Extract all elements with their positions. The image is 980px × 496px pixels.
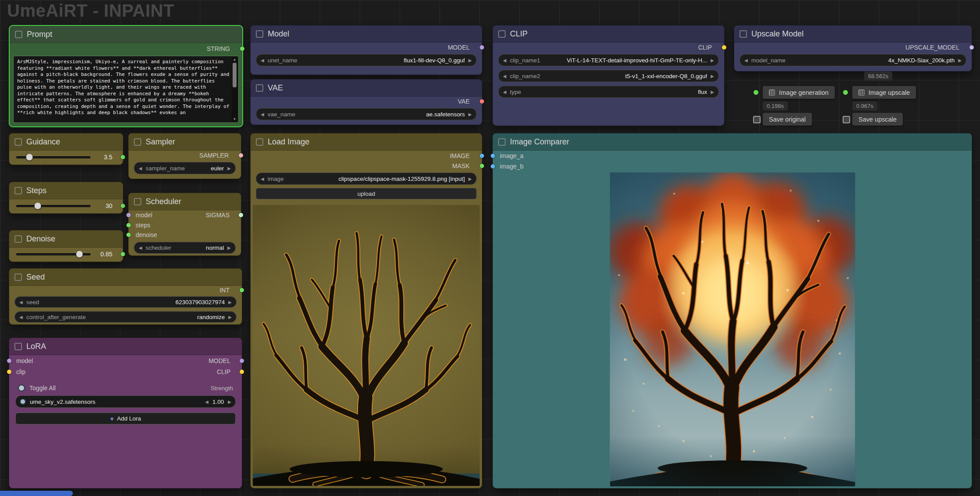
- node-model[interactable]: Model MODEL ◀ unet_name flux1-fill-dev-Q…: [250, 25, 482, 75]
- output-dot-sigmas[interactable]: [239, 213, 243, 217]
- node-header[interactable]: Upscale Model: [734, 25, 972, 43]
- arrow-left-icon[interactable]: ◀: [139, 166, 142, 171]
- clip-name1-widget[interactable]: ◀ clip_name1 ViT-L-14-TEXT-detail-improv…: [498, 54, 719, 66]
- arrow-right-icon[interactable]: ▶: [228, 300, 232, 305]
- node-header[interactable]: Image Comparer: [493, 133, 972, 151]
- node-header[interactable]: Load Image: [251, 133, 482, 151]
- slider-knob[interactable]: [35, 203, 41, 209]
- save-original-toggle-icon[interactable]: [753, 116, 761, 123]
- node-load-image[interactable]: Load Image IMAGE MASK ◀ image clipspace/…: [250, 133, 482, 489]
- prompt-textarea[interactable]: ArsMJStyle, impressionism, Ukiyo-e, A su…: [13, 56, 239, 123]
- scrollbar[interactable]: ▲ ▼: [232, 57, 237, 122]
- collapse-icon[interactable]: [498, 30, 506, 38]
- sampler-name-widget[interactable]: ◀ sampler_name euler ▶: [134, 162, 236, 174]
- node-header[interactable]: Guidance: [9, 133, 123, 151]
- control-after-generate-widget[interactable]: ◀ control_after_generate randomize ▶: [14, 311, 237, 323]
- node-lora[interactable]: LoRA model MODEL clip CLIP Toggle All St…: [9, 338, 242, 489]
- collapse-icon[interactable]: [134, 198, 141, 205]
- save-upscale-button[interactable]: Save upscale: [852, 113, 903, 126]
- arrow-left-icon[interactable]: ◀: [503, 74, 506, 79]
- image-generation-group-button[interactable]: Image generation: [763, 86, 835, 99]
- scrollbar-thumb[interactable]: [233, 63, 237, 87]
- node-header[interactable]: Steps: [9, 182, 123, 199]
- node-header[interactable]: VAE: [251, 79, 482, 97]
- add-lora-button[interactable]: + Add Lora: [15, 413, 236, 424]
- arrow-left-icon[interactable]: ◀: [205, 399, 208, 404]
- arrow-right-icon[interactable]: ▶: [228, 399, 231, 404]
- upload-button[interactable]: upload: [256, 188, 477, 199]
- lora-entry[interactable]: ume_sky_v2.safetensors ◀ 1.00 ▶: [15, 395, 236, 408]
- collapse-icon[interactable]: [256, 30, 263, 38]
- collapse-icon[interactable]: [14, 343, 22, 350]
- node-header[interactable]: CLIP: [493, 25, 724, 43]
- node-header[interactable]: Denoise: [9, 230, 123, 248]
- slider-knob[interactable]: [76, 251, 83, 258]
- arrow-left-icon[interactable]: ◀: [261, 58, 264, 63]
- node-clip[interactable]: CLIP CLIP ◀ clip_name1 ViT-L-14-TEXT-det…: [492, 25, 725, 126]
- arrow-right-icon[interactable]: ▶: [958, 58, 962, 63]
- node-seed[interactable]: Seed INT ◀ seed 623037903027974 ▶ ◀ cont…: [9, 268, 242, 325]
- arrow-right-icon[interactable]: ▶: [227, 166, 231, 171]
- node-upscale-model[interactable]: Upscale Model UPSCALE_MODEL ◀ model_name…: [734, 25, 972, 72]
- clip-name2-widget[interactable]: ◀ clip_name2 t5-v1_1-xxl-encoder-Q8_0.gg…: [498, 70, 719, 82]
- input-dot-clip[interactable]: [7, 370, 11, 374]
- input-dot-model[interactable]: [7, 359, 11, 363]
- output-dot-clip[interactable]: [722, 45, 726, 50]
- image-widget[interactable]: ◀ image clipspace/clipspace-mask-1255929…: [256, 173, 477, 185]
- arrow-right-icon[interactable]: ▶: [468, 58, 472, 63]
- denoise-slider[interactable]: [16, 253, 90, 255]
- save-upscale-toggle-icon[interactable]: [843, 116, 850, 123]
- unet-name-widget[interactable]: ◀ unet_name flux1-fill-dev-Q8_0.gguf ▶: [256, 54, 477, 66]
- image-upscale-group-button[interactable]: Image upscale: [852, 86, 916, 99]
- seed-widget[interactable]: ◀ seed 623037903027974 ▶: [14, 296, 237, 308]
- comparison-image[interactable]: [610, 173, 855, 486]
- arrow-left-icon[interactable]: ◀: [261, 176, 264, 181]
- collapse-icon[interactable]: [14, 138, 22, 146]
- arrow-right-icon[interactable]: ▶: [468, 112, 472, 117]
- input-dot-model[interactable]: [126, 213, 131, 217]
- arrow-left-icon[interactable]: ◀: [503, 58, 506, 63]
- arrow-right-icon[interactable]: ▶: [228, 315, 232, 320]
- collapse-icon[interactable]: [134, 138, 141, 146]
- arrow-left-icon[interactable]: ◀: [261, 112, 264, 117]
- arrow-left-icon[interactable]: ◀: [744, 58, 748, 63]
- node-header[interactable]: Seed: [9, 269, 242, 286]
- node-prompt[interactable]: Prompt STRING ArsMJStyle, impressionism,…: [9, 25, 243, 127]
- slider-knob[interactable]: [26, 154, 33, 161]
- output-dot-float[interactable]: [121, 155, 125, 159]
- node-image-comparer[interactable]: Image Comparer image_a image_b: [492, 133, 972, 489]
- arrow-left-icon[interactable]: ◀: [139, 245, 142, 250]
- node-guidance[interactable]: Guidance 3.5: [9, 133, 123, 165]
- arrow-right-icon[interactable]: ▶: [711, 90, 714, 94]
- output-dot-mask[interactable]: [480, 164, 484, 168]
- arrow-right-icon[interactable]: ▶: [711, 58, 714, 63]
- node-scheduler[interactable]: Scheduler model SIGMAS steps denoise ◀ s…: [128, 193, 241, 256]
- node-steps[interactable]: Steps 30: [9, 182, 123, 214]
- model-name-widget[interactable]: ◀ model_name 4x_NMKD-Siax_200k.pth ▶: [739, 54, 966, 66]
- guidance-slider[interactable]: [16, 156, 90, 158]
- toggle-all-switch[interactable]: [18, 385, 25, 392]
- group-toggle-dot[interactable]: [843, 90, 848, 95]
- scheduler-widget[interactable]: ◀ scheduler normal ▶: [134, 242, 236, 254]
- collapse-icon[interactable]: [256, 138, 263, 146]
- scroll-down-icon[interactable]: ▼: [232, 117, 237, 121]
- output-dot-string[interactable]: [240, 47, 244, 51]
- arrow-left-icon[interactable]: ◀: [19, 315, 23, 320]
- input-dot-denoise[interactable]: [126, 233, 131, 237]
- lora-toggle[interactable]: [20, 399, 26, 405]
- output-dot-clip[interactable]: [240, 370, 244, 374]
- arrow-right-icon[interactable]: ▶: [227, 245, 231, 250]
- arrow-left-icon[interactable]: ◀: [503, 90, 506, 94]
- input-dot-steps[interactable]: [126, 223, 131, 227]
- vae-name-widget[interactable]: ◀ vae_name ae.safetensors ▶: [256, 108, 477, 120]
- steps-slider[interactable]: [16, 205, 90, 207]
- output-dot-model[interactable]: [480, 45, 484, 50]
- arrow-right-icon[interactable]: ▶: [711, 74, 714, 79]
- node-sampler[interactable]: Sampler SAMPLER ◀ sampler_name euler ▶: [128, 133, 241, 179]
- collapse-icon[interactable]: [256, 84, 263, 92]
- node-denoise[interactable]: Denoise 0.85: [9, 230, 123, 262]
- collapse-icon[interactable]: [14, 273, 22, 281]
- lora-strength-value[interactable]: 1.00: [212, 399, 224, 405]
- collapse-icon[interactable]: [15, 31, 22, 38]
- collapse-icon[interactable]: [739, 30, 747, 38]
